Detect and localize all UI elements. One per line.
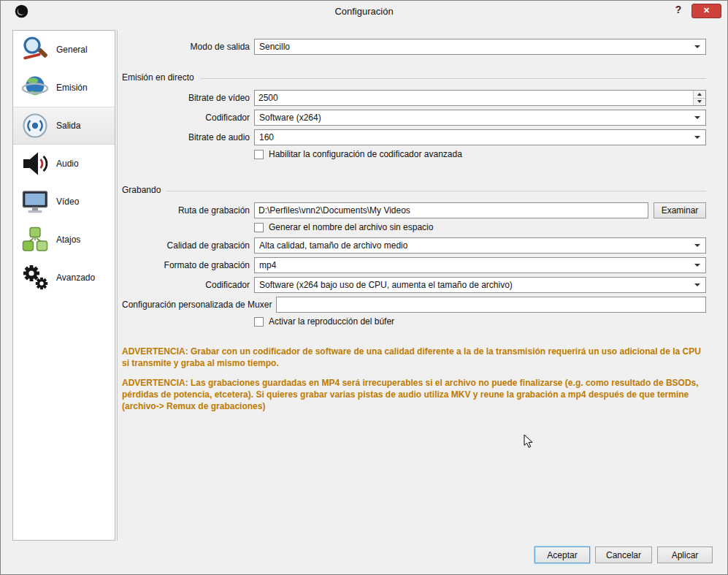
spinner-buttons [693,91,705,105]
output-settings-panel: Modo de salida Sencillo Emisión en direc… [118,30,714,541]
recording-group-title: Grabando [122,185,161,195]
recording-quality-label: Calidad de grabación [122,240,250,251]
audio-bitrate-select[interactable]: 160 [254,129,706,145]
spinner-down-button[interactable] [694,99,705,106]
chevron-down-icon [697,100,702,103]
help-button[interactable]: ? [672,4,685,17]
recording-path-label: Ruta de grabación [122,205,250,216]
recording-format-row: Formato de grabación mp4 [122,257,706,273]
video-bitrate-input[interactable] [254,90,706,106]
output-mode-row: Modo de salida Sencillo [122,39,706,55]
chevron-down-icon [694,244,700,247]
apply-button[interactable]: Aplicar [657,547,713,563]
group-divider [166,191,706,191]
hotkeys-icon [20,225,50,254]
video-bitrate-spinner [254,90,706,106]
cancel-button[interactable]: Cancelar [595,547,652,563]
warnings-section: ADVERTENCIA: Grabar con un codificador d… [122,346,706,413]
recording-path-input[interactable] [254,202,648,218]
streaming-group-title: Emisión en directo [122,72,194,83]
chevron-down-icon [694,264,700,267]
warning-text-cpu: ADVERTENCIA: Grabar con un codificador d… [122,346,705,370]
sidebar-item-salida[interactable]: Salida [13,107,115,145]
sidebar-main-divider [117,30,118,541]
sidebar-item-emision[interactable]: Emisión [13,69,115,107]
recording-encoder-select[interactable]: Software (x264 bajo uso de CPU, aumenta … [254,277,706,293]
browse-button[interactable]: Examinar [654,202,706,218]
stream-encoder-row: Codificador Software (x264) [122,110,706,126]
recording-format-label: Formato de grabación [122,260,250,270]
dialog-buttons: Aceptar Cancelar Aplicar [534,547,713,563]
recording-quality-row: Calidad de grabación Alta calidad, tamañ… [122,237,706,254]
close-button[interactable]: ✕ [691,4,721,18]
stream-encoder-select[interactable]: Software (x264) [254,110,706,126]
recording-format-value: mp4 [259,260,276,270]
muxer-settings-row: Configuración personalizada de Muxer [122,297,706,313]
replay-buffer-row: Activar la reproducción del búfer [254,316,706,327]
video-bitrate-row: Bitrate de vídeo [122,90,706,106]
output-mode-select[interactable]: Sencillo [254,39,706,55]
filename-no-space-row: Generar el nombre del archivo sin espaci… [254,222,706,232]
sidebar-item-audio[interactable]: Audio [13,145,115,183]
sidebar-item-avanzado[interactable]: Avanzado [13,259,115,297]
advanced-encoder-row: Habilitar la configuración de codificado… [254,149,706,159]
chevron-up-icon [697,93,702,96]
sidebar-item-label: General [56,45,88,55]
advanced-encoder-checkbox[interactable] [254,150,264,159]
general-icon [20,35,50,64]
sidebar-item-label: Atajos [56,235,80,245]
group-divider [200,78,706,79]
audio-bitrate-value: 160 [259,132,274,142]
sidebar-item-label: Vídeo [56,197,79,207]
recording-format-select[interactable]: mp4 [254,257,706,273]
audio-bitrate-row: Bitrate de audio 160 [122,129,706,145]
warning-text-mp4: ADVERTENCIA: Las grabaciones guardadas e… [122,378,705,413]
recording-group-header: Grabando [122,185,706,195]
stream-encoder-label: Codificador [122,113,250,123]
recording-path-row: Ruta de grabación Examinar [122,202,706,218]
streaming-group-header: Emisión en directo [122,72,706,83]
accept-button[interactable]: Aceptar [534,547,590,563]
chevron-down-icon [694,283,700,286]
titlebar: Configuración ? ✕ [1,1,727,23]
settings-window: Configuración ? ✕ General [0,0,728,575]
sidebar-item-label: Avanzado [56,273,95,283]
settings-sidebar: General Emisión [12,30,115,541]
muxer-settings-label: Configuración personalizada de Muxer [122,300,272,310]
globe-icon [20,73,50,102]
recording-encoder-label: Codificador [122,280,250,290]
output-mode-value: Sencillo [259,42,290,52]
monitor-icon [20,187,50,216]
sidebar-item-label: Audio [56,159,79,169]
stream-encoder-value: Software (x264) [259,113,321,123]
mouse-cursor [524,434,533,449]
replay-buffer-checkbox[interactable] [254,317,264,327]
muxer-settings-input[interactable] [276,297,706,313]
chevron-down-icon [694,116,700,119]
gears-icon [20,263,50,292]
sidebar-item-label: Emisión [56,83,88,93]
recording-quality-value: Alta calidad, tamaño de archivo medio [259,240,407,251]
chevron-down-icon [694,45,700,48]
output-mode-label: Modo de salida [122,42,250,52]
recording-quality-select[interactable]: Alta calidad, tamaño de archivo medio [254,237,706,254]
audio-bitrate-label: Bitrate de audio [122,132,250,142]
chevron-down-icon [694,136,700,139]
sidebar-item-atajos[interactable]: Atajos [13,221,115,259]
spinner-up-button[interactable] [694,91,705,99]
replay-buffer-checkbox-label: Activar la reproducción del búfer [269,316,394,327]
filename-no-space-checkbox[interactable] [254,223,264,232]
sidebar-item-label: Salida [56,121,80,131]
speaker-icon [20,149,50,178]
advanced-encoder-checkbox-label: Habilitar la configuración de codificado… [269,149,462,159]
filename-no-space-checkbox-label: Generar el nombre del archivo sin espaci… [269,222,433,232]
video-bitrate-label: Bitrate de vídeo [122,93,250,103]
window-title: Configuración [1,6,727,17]
sidebar-item-general[interactable]: General [13,31,115,69]
sidebar-item-video[interactable]: Vídeo [13,183,115,221]
recording-encoder-value: Software (x264 bajo uso de CPU, aumenta … [259,280,513,290]
recording-encoder-row: Codificador Software (x264 bajo uso de C… [122,277,706,293]
broadcast-icon [20,111,50,140]
